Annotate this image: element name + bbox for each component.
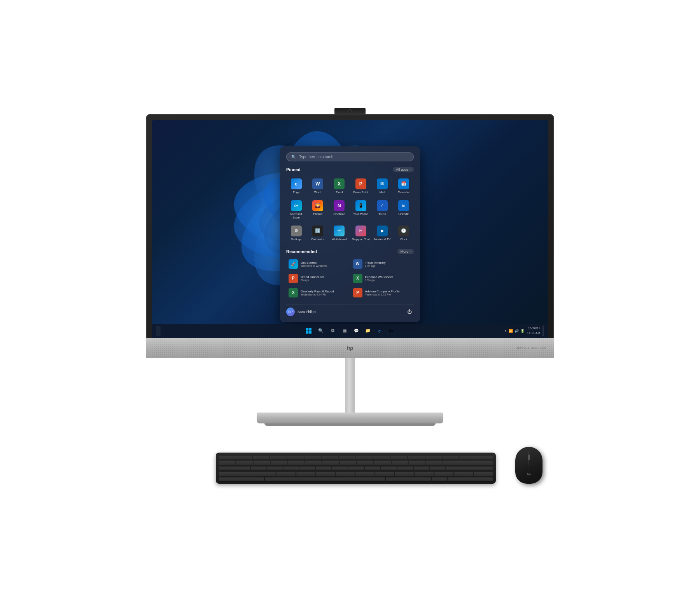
f5-key[interactable] (322, 456, 338, 460)
rec-adatum-profile[interactable]: P Adatum Company Profile Yesterday at 1:… (351, 286, 414, 299)
y-key[interactable] (332, 467, 348, 471)
taskbar-store-button[interactable]: 🛍 (386, 326, 396, 336)
f10-key[interactable] (408, 456, 424, 460)
8-key[interactable] (357, 461, 373, 465)
app-edge[interactable]: e Edge (286, 176, 306, 196)
l-key[interactable] (434, 472, 453, 476)
2-key[interactable] (254, 461, 270, 465)
k-key[interactable] (415, 472, 434, 476)
lbracket-key[interactable] (414, 467, 429, 471)
minus-key[interactable] (409, 461, 425, 465)
f12-key[interactable] (443, 456, 459, 460)
1-key[interactable] (236, 461, 252, 465)
app-word[interactable]: W Word (308, 176, 327, 196)
p-key[interactable] (397, 467, 413, 471)
app-settings[interactable]: ⚙ Settings (286, 223, 306, 243)
space-key[interactable] (265, 477, 385, 482)
taskbar-edge-button[interactable]: e (374, 326, 385, 336)
app-powerpoint[interactable]: P PowerPoint (351, 176, 371, 196)
u-key[interactable] (348, 467, 364, 471)
g-key[interactable] (355, 472, 374, 476)
3-key[interactable] (271, 461, 287, 465)
f6-key[interactable] (339, 456, 355, 460)
show-desktop-button[interactable] (156, 326, 161, 336)
app-excel[interactable]: X Excel (329, 176, 349, 196)
capslock-key[interactable] (219, 472, 276, 476)
app-microsoft-store[interactable]: 🛍 Microsoft Store (286, 198, 306, 222)
q-key[interactable] (251, 467, 266, 471)
chat-button[interactable]: 💬 (351, 326, 361, 336)
volume-icon[interactable]: 🔊 (514, 329, 519, 333)
t-key[interactable] (316, 467, 331, 471)
rbracket-key[interactable] (430, 467, 445, 471)
app-linkedin[interactable]: in LinkedIn (394, 198, 414, 222)
user-info[interactable]: SP Sara Philips (286, 308, 316, 316)
esc-key[interactable] (219, 456, 252, 460)
up-key[interactable] (432, 477, 447, 482)
task-view-button[interactable]: ⧉ (328, 326, 338, 336)
app-mail[interactable]: ✉ Mail (372, 176, 392, 196)
f7-key[interactable] (356, 456, 373, 460)
5-key[interactable] (305, 461, 322, 465)
all-apps-button[interactable]: All apps › (393, 167, 414, 172)
d-key[interactable] (316, 472, 335, 476)
o-key[interactable] (381, 467, 397, 471)
numpad-area[interactable] (448, 477, 493, 482)
enter-key[interactable] (446, 467, 493, 471)
rec-quarterly-report[interactable]: X Quarterly Payroll Report Yesterday at … (286, 286, 350, 299)
h-key[interactable] (375, 472, 394, 476)
f3-key[interactable] (287, 456, 304, 460)
j-key[interactable] (395, 472, 414, 476)
lshift-key[interactable] (219, 477, 264, 482)
battery-icon[interactable]: 🔋 (520, 329, 525, 333)
e-key[interactable] (284, 467, 299, 471)
more-button[interactable]: More › (397, 249, 414, 254)
app-calendar[interactable]: 📅 Calendar (394, 176, 414, 196)
rshift-key[interactable] (386, 477, 431, 482)
search-bar[interactable]: 🔍 Type here to search (286, 152, 414, 161)
app-clock[interactable]: 🕐 Clock (394, 223, 414, 243)
tab-key[interactable] (219, 467, 250, 471)
6-key[interactable] (322, 461, 339, 465)
4-key[interactable] (288, 461, 304, 465)
a-key[interactable] (276, 472, 296, 476)
quote-key[interactable] (474, 472, 493, 476)
del-key[interactable] (460, 456, 493, 460)
rec-get-started[interactable]: 🚀 Get Started Welcome to Windows (286, 257, 350, 271)
i-key[interactable] (365, 467, 380, 471)
show-desktop-strip[interactable] (542, 325, 544, 336)
app-todo[interactable]: ✓ To Do (372, 198, 392, 222)
semicolon-key[interactable] (454, 472, 473, 476)
file-explorer-button[interactable]: 📁 (363, 326, 373, 336)
rec-travel-itinerary[interactable]: W Travel Itinerary 17m ago (351, 257, 414, 271)
f4-key[interactable] (304, 456, 321, 460)
9-key[interactable] (374, 461, 390, 465)
mouse[interactable]: hp (515, 447, 542, 484)
wifi-icon[interactable]: 📶 (509, 329, 513, 333)
start-button[interactable] (304, 326, 314, 336)
app-onenote[interactable]: N OneNote (329, 198, 349, 222)
app-photos[interactable]: 🌄 Photos (308, 198, 327, 222)
app-your-phone[interactable]: 📱 Your Phone (351, 198, 371, 222)
7-key[interactable] (340, 461, 356, 465)
f2-key[interactable] (270, 456, 286, 460)
taskbar-search-button[interactable]: 🔍 (315, 326, 326, 336)
f1-key[interactable] (253, 456, 269, 460)
rec-brand-guidelines[interactable]: P Brand Guidelines 2h ago (286, 272, 350, 285)
app-snipping-tool[interactable]: ✂ Snipping Tool (351, 223, 371, 243)
widgets-button[interactable]: ▦ (340, 326, 350, 336)
app-movies-tv[interactable]: ▶ Movies & TV (372, 223, 392, 243)
datetime-display[interactable]: 10/20/21 11:11 AM (527, 326, 540, 335)
r-key[interactable] (299, 467, 315, 471)
0-key[interactable] (392, 461, 408, 465)
f8-key[interactable] (373, 456, 390, 460)
backtick-key[interactable] (219, 461, 235, 465)
chevron-up-icon[interactable]: ∧ (504, 329, 507, 333)
f11-key[interactable] (425, 456, 442, 460)
backspace-key[interactable] (443, 461, 493, 465)
app-calculator[interactable]: 🔢 Calculator (308, 223, 327, 243)
f9-key[interactable] (391, 456, 407, 460)
keyboard[interactable] (216, 453, 496, 484)
w-key[interactable] (267, 467, 283, 471)
s-key[interactable] (296, 472, 315, 476)
